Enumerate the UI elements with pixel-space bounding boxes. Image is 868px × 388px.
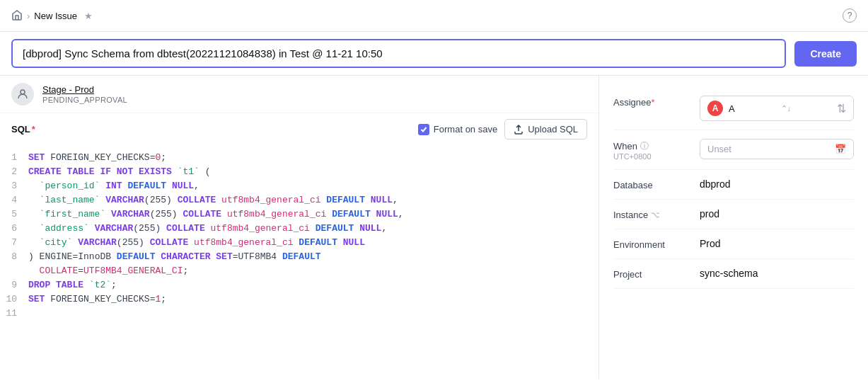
database-field: Database dbprod bbox=[613, 170, 854, 200]
toolbar-right: Format on save Upload SQL bbox=[418, 119, 587, 139]
code-line: 8 ) ENGINE=InnoDB DEFAULT CHARACTER SET=… bbox=[0, 250, 598, 264]
code-line: 11 bbox=[0, 307, 598, 321]
stage-name[interactable]: Stage - Prod bbox=[42, 84, 127, 95]
upload-sql-button[interactable]: Upload SQL bbox=[504, 119, 587, 139]
info-icon[interactable]: ⓘ bbox=[640, 140, 649, 152]
sql-label: SQL* bbox=[11, 124, 35, 135]
instance-icon: ⌥ bbox=[651, 210, 660, 219]
title-bar: Create bbox=[0, 32, 868, 76]
code-line: 4 `last_name` VARCHAR(255) COLLATE utf8m… bbox=[0, 193, 598, 207]
home-icon[interactable] bbox=[11, 9, 23, 23]
right-panel: Assignee* A A ⌃↓ ⇅ When ⓘ bbox=[599, 76, 868, 379]
unset-placeholder: Unset bbox=[707, 144, 731, 154]
code-line: 3 `person_id` INT DEFAULT NULL, bbox=[0, 179, 598, 193]
star-icon[interactable]: ★ bbox=[84, 11, 93, 21]
content-area: Stage - Prod PENDING_APPROVAL SQL* Forma… bbox=[0, 76, 868, 379]
code-line: 10 SET FOREIGN_KEY_CHECKS=1; bbox=[0, 292, 598, 307]
project-field: Project sync-schema bbox=[613, 259, 854, 289]
database-label: Database bbox=[613, 178, 691, 190]
environment-value: Prod bbox=[700, 238, 854, 249]
code-line: 2 CREATE TABLE IF NOT EXISTS `t1` ( bbox=[0, 165, 598, 179]
project-label: Project bbox=[613, 268, 691, 280]
stage-bar: Stage - Prod PENDING_APPROVAL bbox=[0, 76, 598, 113]
chevron-down-icon: ⌃↓ bbox=[781, 104, 792, 113]
environment-label: Environment bbox=[613, 238, 691, 250]
stage-status: PENDING_APPROVAL bbox=[42, 96, 127, 104]
database-value: dbprod bbox=[700, 178, 854, 190]
instance-field: Instance ⌥ prod bbox=[613, 200, 854, 229]
stage-info: Stage - Prod PENDING_APPROVAL bbox=[42, 84, 127, 104]
breadcrumb: › New Issue ★ bbox=[11, 9, 93, 23]
sql-toolbar: SQL* Format on save Upload SQL bbox=[0, 113, 598, 145]
breadcrumb-page-label: New Issue bbox=[34, 11, 77, 21]
code-line: 1 SET FOREIGN_KEY_CHECKS=0; bbox=[0, 151, 598, 165]
avatar bbox=[11, 83, 34, 105]
when-value: Unset 📅 bbox=[700, 139, 854, 159]
left-panel: Stage - Prod PENDING_APPROVAL SQL* Forma… bbox=[0, 76, 599, 379]
assignee-value: A A ⌃↓ ⇅ bbox=[700, 96, 854, 121]
date-picker[interactable]: Unset 📅 bbox=[700, 139, 854, 159]
when-label: When ⓘ UTC+0800 bbox=[613, 139, 691, 161]
code-line: 5 `first_name` VARCHAR(255) COLLATE utf8… bbox=[0, 207, 598, 222]
assignee-select[interactable]: A A ⌃↓ ⇅ bbox=[700, 96, 854, 121]
breadcrumb-separator: › bbox=[27, 11, 30, 21]
instance-value: prod bbox=[700, 208, 854, 219]
when-field: When ⓘ UTC+0800 Unset 📅 bbox=[613, 130, 854, 170]
top-bar: › New Issue ★ ? bbox=[0, 0, 868, 32]
upload-icon bbox=[514, 125, 523, 135]
project-value: sync-schema bbox=[700, 268, 854, 279]
code-line: COLLATE=UTF8MB4_GENERAL_CI; bbox=[0, 264, 598, 278]
create-button[interactable]: Create bbox=[794, 41, 857, 67]
code-line: 6 `address` VARCHAR(255) COLLATE utf8mb4… bbox=[0, 222, 598, 236]
select-arrows-icon: ⇅ bbox=[837, 102, 846, 115]
assignee-label: Assignee* bbox=[613, 96, 691, 108]
format-label: Format on save bbox=[434, 124, 497, 135]
svg-point-0 bbox=[21, 90, 25, 94]
code-editor[interactable]: 1 SET FOREIGN_KEY_CHECKS=0; 2 CREATE TAB… bbox=[0, 145, 598, 379]
assignee-field: Assignee* A A ⌃↓ ⇅ bbox=[613, 87, 854, 130]
code-line: 9 DROP TABLE `t2`; bbox=[0, 278, 598, 292]
environment-field: Environment Prod bbox=[613, 229, 854, 259]
assignee-avatar: A bbox=[707, 101, 723, 116]
calendar-icon: 📅 bbox=[835, 144, 846, 154]
format-on-save-checkbox[interactable]: Format on save bbox=[418, 124, 497, 135]
assignee-name: A bbox=[729, 103, 735, 114]
help-icon[interactable]: ? bbox=[843, 8, 857, 23]
issue-title-input[interactable] bbox=[11, 39, 786, 68]
instance-label: Instance ⌥ bbox=[613, 208, 691, 220]
timezone: UTC+0800 bbox=[613, 152, 691, 161]
code-line: 7 `city` VARCHAR(255) COLLATE utf8mb4_ge… bbox=[0, 236, 598, 250]
